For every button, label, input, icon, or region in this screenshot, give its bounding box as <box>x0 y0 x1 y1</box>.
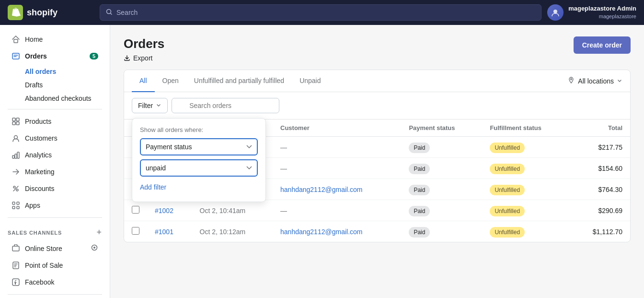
customers-icon <box>12 134 20 143</box>
sidebar-item-customers-label: Customers <box>25 134 58 142</box>
row-customer[interactable]: hanhdang2112@gmail.com <box>273 221 401 242</box>
svg-point-21 <box>93 247 95 249</box>
svg-point-14 <box>16 189 18 191</box>
fulfillment-status-badge: Unfulfilled <box>490 227 525 238</box>
sidebar-item-marketing-label: Marketing <box>25 168 54 176</box>
sidebar-item-home-label: Home <box>25 36 43 43</box>
sidebar-item-discounts[interactable]: Discounts <box>4 180 106 197</box>
orders-icon <box>12 52 20 60</box>
sidebar-item-analytics-label: Analytics <box>25 151 52 159</box>
avatar[interactable] <box>547 4 564 21</box>
table-row: #1001 Oct 2, 10:12am hanhdang2112@gmail.… <box>124 221 630 242</box>
online-store-icon <box>12 244 20 253</box>
online-store-visibility[interactable] <box>91 244 98 253</box>
tab-open[interactable]: Open <box>155 70 186 92</box>
row-checkbox[interactable] <box>132 206 139 214</box>
row-checkbox-cell[interactable] <box>124 200 147 221</box>
search-wrapper <box>172 98 622 113</box>
sidebar-item-customers[interactable]: Customers <box>4 130 106 146</box>
sidebar-item-apps[interactable]: Apps <box>4 197 106 214</box>
location-label: All locations <box>578 77 614 85</box>
location-filter[interactable]: All locations <box>567 76 622 85</box>
page-header: Orders Export Create order <box>124 36 631 62</box>
sales-channels-section-label: SALES CHANNELS + <box>0 222 110 239</box>
sidebar-item-online-store[interactable]: Online Store <box>4 240 106 257</box>
add-sales-channel-btn[interactable]: + <box>97 227 102 238</box>
sidebar-item-products-label: Products <box>25 118 51 125</box>
sidebar-subitem-all-orders[interactable]: All orders <box>4 65 106 78</box>
sidebar-subitem-drafts[interactable]: Drafts <box>4 78 106 92</box>
sidebar-subitem-abandoned[interactable]: Abandoned checkouts <box>4 92 106 105</box>
col-fulfillment: Fulfillment status <box>482 119 570 137</box>
svg-rect-12 <box>17 152 19 158</box>
order-tabs: All Open Unfulfilled and partially fulfi… <box>124 70 630 92</box>
export-button[interactable]: Export <box>124 54 152 62</box>
filter-status-select[interactable]: Payment status <box>140 138 258 155</box>
svg-rect-15 <box>12 202 15 204</box>
sidebar-item-analytics[interactable]: Analytics <box>4 147 106 163</box>
row-fulfillment: Unfulfilled <box>482 221 570 242</box>
sidebar-item-orders[interactable]: Orders 5 <box>4 48 106 64</box>
user-area: mageplazastore Admin mageplazastore <box>547 4 636 21</box>
svg-rect-17 <box>12 206 15 209</box>
pos-icon <box>12 261 20 270</box>
analytics-icon <box>12 151 20 159</box>
tab-unfulfilled[interactable]: Unfulfilled and partially fulfilled <box>186 70 292 92</box>
row-total: $290.69 <box>571 200 630 221</box>
row-total: $1,112.70 <box>571 221 630 242</box>
add-filter-button[interactable]: Add filter <box>140 180 166 194</box>
col-payment: Payment status <box>401 119 482 137</box>
discounts-icon <box>12 184 20 193</box>
table-row: #1002 Oct 2, 10:41am — Paid Unfulfilled … <box>124 200 630 221</box>
location-icon <box>567 76 575 85</box>
svg-point-25 <box>571 79 572 80</box>
order-link[interactable]: #1002 <box>155 207 173 215</box>
row-fulfillment: Unfulfilled <box>482 200 570 221</box>
row-total: $764.30 <box>571 179 630 200</box>
search-orders-input[interactable] <box>172 98 279 113</box>
row-payment: Paid <box>401 200 482 221</box>
tab-all[interactable]: All <box>132 70 155 92</box>
order-link[interactable]: #1001 <box>155 228 173 236</box>
col-customer: Customer <box>273 119 401 137</box>
svg-point-2 <box>553 10 557 13</box>
create-order-button[interactable]: Create order <box>574 36 631 54</box>
row-checkbox[interactable] <box>132 227 139 235</box>
row-checkbox-cell[interactable] <box>124 221 147 242</box>
orders-badge: 5 <box>90 53 98 60</box>
fulfillment-status-badge: Unfulfilled <box>490 185 525 195</box>
row-payment: Paid <box>401 158 482 179</box>
global-search[interactable]: Search <box>100 4 541 21</box>
sidebar-item-home[interactable]: Home <box>4 31 106 48</box>
row-total: $154.60 <box>571 158 630 179</box>
svg-rect-3 <box>14 39 18 43</box>
row-fulfillment: Unfulfilled <box>482 179 570 200</box>
svg-rect-6 <box>16 118 19 121</box>
topnav: shopify Search mageplazastore Admin mage… <box>0 0 644 25</box>
sidebar-item-facebook[interactable]: Facebook <box>4 274 106 290</box>
sidebar-item-products[interactable]: Products <box>4 113 106 130</box>
row-order[interactable]: #1001 <box>147 221 192 242</box>
sidebar: Home Orders 5 All orders Drafts Abandone… <box>0 25 110 298</box>
sidebar-item-pos[interactable]: Point of Sale <box>4 257 106 274</box>
row-order[interactable]: #1002 <box>147 200 192 221</box>
svg-rect-18 <box>17 206 19 209</box>
sidebar-item-marketing[interactable]: Marketing <box>4 164 106 180</box>
row-payment: Paid <box>401 137 482 158</box>
home-icon <box>12 35 20 44</box>
row-customer[interactable]: hanhdang2112@gmail.com <box>273 179 401 200</box>
row-customer: — <box>273 137 401 158</box>
filter-button[interactable]: Filter <box>132 98 168 113</box>
row-payment: Paid <box>401 221 482 242</box>
filter-row: Filter Show all orders where: Payment st <box>124 92 630 119</box>
row-fulfillment: Unfulfilled <box>482 158 570 179</box>
sidebar-item-discounts-label: Discounts <box>25 185 54 192</box>
fulfillment-status-badge: Unfulfilled <box>490 143 525 153</box>
filter-value-select[interactable]: unpaid <box>140 159 258 177</box>
search-placeholder: Search <box>116 9 138 16</box>
sidebar-divider-2 <box>8 217 102 218</box>
logo[interactable]: shopify <box>8 5 94 20</box>
tab-unpaid[interactable]: Unpaid <box>292 70 328 92</box>
svg-rect-5 <box>12 118 15 121</box>
svg-rect-11 <box>15 154 17 158</box>
